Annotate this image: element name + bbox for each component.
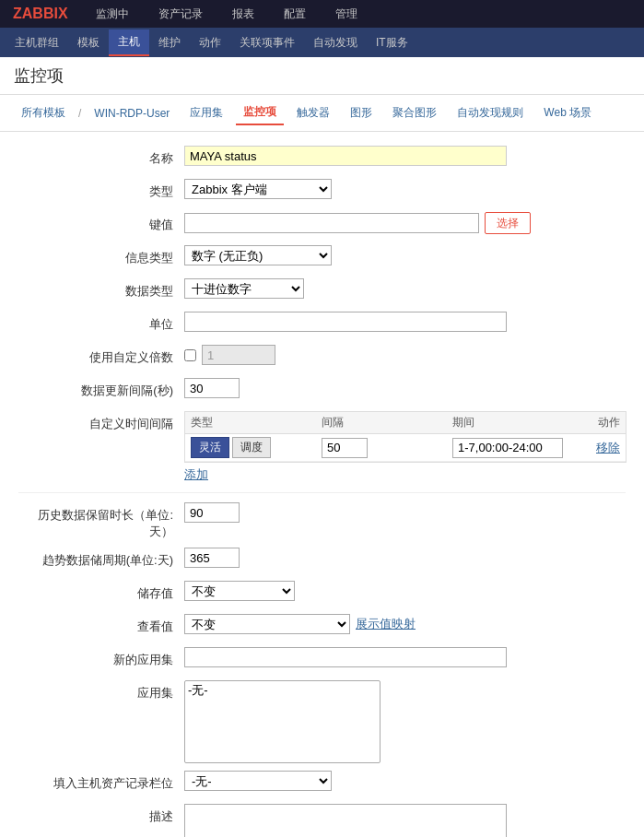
show-value-label: 查看值 xyxy=(18,614,184,635)
trend-label: 趋势数据储周期(单位:天) xyxy=(18,548,184,569)
breadcrumb-sep-1: / xyxy=(78,107,81,120)
history-label: 历史数据保留时长（单位:天） xyxy=(18,502,184,540)
type-select[interactable]: Zabbix 客户端 xyxy=(184,179,332,199)
info-type-label: 信息类型 xyxy=(18,245,184,266)
fill-host-select[interactable]: -无- xyxy=(184,771,332,791)
unit-input[interactable] xyxy=(184,312,507,332)
info-type-select[interactable]: 数字 (无正负) xyxy=(184,245,332,265)
show-value-select[interactable]: 不变 xyxy=(184,614,350,634)
nav-maintenance[interactable]: 维护 xyxy=(149,30,190,55)
col-interval: 间隔 xyxy=(322,415,452,430)
update-interval-label: 数据更新间隔(秒) xyxy=(18,378,184,399)
nav-monitor[interactable]: 监测中 xyxy=(90,3,135,26)
nav-template[interactable]: 模板 xyxy=(68,30,109,55)
data-type-select[interactable]: 十进位数字 xyxy=(184,278,304,299)
name-label: 名称 xyxy=(18,146,184,167)
col-action: 动作 xyxy=(583,415,620,430)
multiplier-label: 使用自定义倍数 xyxy=(18,345,184,366)
nav-report[interactable]: 报表 xyxy=(227,3,260,26)
breadcrumb-app-set[interactable]: 应用集 xyxy=(182,101,230,124)
app-set-label: 应用集 xyxy=(18,680,184,701)
interval-period-input[interactable] xyxy=(452,438,563,458)
zabbix-logo: ZABBIX xyxy=(9,4,72,24)
data-type-label: 数据类型 xyxy=(18,278,184,300)
interval-remove-btn[interactable]: 移除 xyxy=(596,440,620,456)
app-set-option-none[interactable]: -无- xyxy=(188,682,377,699)
interval-type-flexible[interactable]: 灵活 xyxy=(191,437,229,458)
col-type: 类型 xyxy=(191,415,322,430)
breadcrumb-monitor[interactable]: 监控项 xyxy=(236,100,284,125)
fill-host-label: 填入主机资产记录栏位 xyxy=(18,771,184,792)
breadcrumb-all-templates[interactable]: 所有模板 xyxy=(14,101,73,124)
new-app-label: 新的应用集 xyxy=(18,647,184,668)
desc-label: 描述 xyxy=(18,804,184,825)
col-period: 期间 xyxy=(452,415,583,430)
nav-action[interactable]: 动作 xyxy=(190,30,230,55)
nav-host-group[interactable]: 主机群组 xyxy=(6,30,68,55)
breadcrumb-win-rdp[interactable]: WIN-RDP-User xyxy=(87,103,177,124)
nav-assets[interactable]: 资产记录 xyxy=(153,3,208,26)
nav-it-service[interactable]: IT服务 xyxy=(367,30,417,55)
trend-input[interactable] xyxy=(184,548,240,568)
nav-admin[interactable]: 管理 xyxy=(330,3,363,26)
desc-textarea[interactable] xyxy=(184,804,507,837)
breadcrumb-web[interactable]: Web 场景 xyxy=(536,101,599,124)
nav-discovery[interactable]: 自动发现 xyxy=(304,30,367,55)
breadcrumb-graph[interactable]: 图形 xyxy=(343,101,380,124)
breadcrumb-trigger[interactable]: 触发器 xyxy=(289,101,337,124)
multiplier-value-input[interactable] xyxy=(202,345,275,365)
interval-add-btn[interactable]: 添加 xyxy=(184,466,208,483)
key-select-button[interactable]: 选择 xyxy=(485,212,531,234)
new-app-input[interactable] xyxy=(184,647,507,667)
multiplier-checkbox[interactable] xyxy=(184,349,196,361)
update-interval-input[interactable] xyxy=(184,378,240,398)
store-value-select[interactable]: 不变 xyxy=(184,581,295,601)
page-title: 监控项 xyxy=(0,57,644,95)
unit-label: 单位 xyxy=(18,312,184,333)
key-label: 键值 xyxy=(18,212,184,233)
name-input[interactable] xyxy=(184,146,507,166)
custom-interval-label: 自定义时间间隔 xyxy=(18,411,184,432)
history-input[interactable] xyxy=(184,502,240,523)
interval-value-input[interactable] xyxy=(322,438,368,458)
store-value-label: 储存值 xyxy=(18,581,184,602)
type-label: 类型 xyxy=(18,179,184,200)
breadcrumb-aggregate[interactable]: 聚合图形 xyxy=(385,101,444,124)
breadcrumb-auto-discovery[interactable]: 自动发现规则 xyxy=(450,101,531,124)
app-set-select[interactable]: -无- xyxy=(184,680,381,763)
key-input[interactable] xyxy=(184,213,479,233)
nav-host[interactable]: 主机 xyxy=(109,29,149,56)
show-value-map-btn[interactable]: 展示值映射 xyxy=(356,616,416,632)
nav-config[interactable]: 配置 xyxy=(278,3,311,26)
nav-event-correlation[interactable]: 关联项事件 xyxy=(230,30,304,55)
interval-type-schedule[interactable]: 调度 xyxy=(232,437,271,458)
